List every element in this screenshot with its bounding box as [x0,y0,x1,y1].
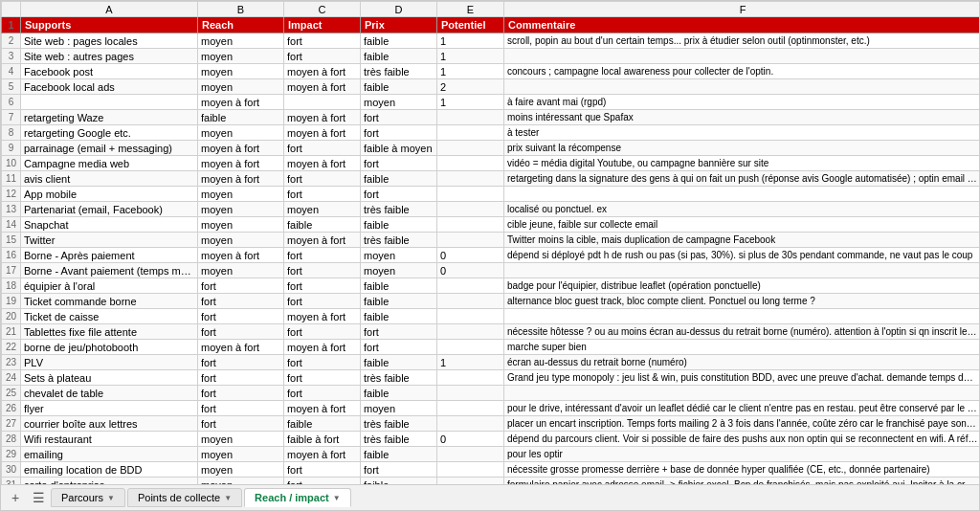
cell-27-c[interactable]: faible [284,416,361,432]
cell-22-c[interactable]: moyen à fort [284,340,361,355]
cell-14-b[interactable]: moyen [198,217,284,233]
cell-2-b[interactable]: moyen [198,33,284,49]
cell-24-e[interactable] [437,370,504,386]
cell-25-e[interactable] [437,386,504,401]
cell-13-a[interactable]: Partenariat (email, Facebook) [21,202,198,217]
cell-17-c[interactable]: fort [284,263,361,278]
cell-5-c[interactable]: moyen à fort [284,79,361,95]
cell-4-d[interactable]: très faible [361,64,437,79]
cell-11-f[interactable]: retargeting dans la signature des gens à… [504,171,980,187]
cell-4-c[interactable]: moyen à fort [284,64,361,79]
cell-27-b[interactable]: fort [198,416,284,432]
cell-13-d[interactable]: très faible [361,202,437,217]
cell-31-a[interactable]: carte d'entreprise [21,478,198,485]
cell-12-e[interactable] [437,187,504,202]
cell-4-e[interactable]: 1 [437,64,504,79]
cell-22-a[interactable]: borne de jeu/photobooth [21,340,198,355]
cell-24-f[interactable]: Grand jeu type monopoly : jeu list & win… [504,370,980,386]
cell-17-d[interactable]: moyen [361,263,437,278]
cell-12-b[interactable]: moyen [198,187,284,202]
cell-4-a[interactable]: Facebook post [21,64,198,79]
cell-31-c[interactable]: fort [284,478,361,485]
cell-16-b[interactable]: moyen à fort [198,248,284,263]
cell-14-d[interactable]: faible [361,217,437,233]
cell-19-f[interactable]: alternance bloc guest track, bloc compte… [504,294,980,309]
cell-17-a[interactable]: Borne - Avant paiement (temps mort) [21,263,198,278]
cell-22-b[interactable]: moyen à fort [198,340,284,355]
cell-22-d[interactable]: fort [361,340,437,355]
cell-21-e[interactable] [437,324,504,340]
cell-4-f[interactable]: concours ; campagne local awareness pour… [504,64,980,79]
cell-3-c[interactable]: fort [284,49,361,64]
cell-29-a[interactable]: emailing [21,447,198,462]
cell-6-d[interactable]: moyen [361,95,437,110]
cell-24-b[interactable]: fort [198,370,284,386]
cell-5-f[interactable] [504,79,980,95]
cell-27-d[interactable]: très faible [361,416,437,432]
cell-3-b[interactable]: moyen [198,49,284,64]
cell-16-f[interactable]: dépend si déployé pdt h de rush ou pas (… [504,248,980,263]
cell-8-e[interactable] [437,125,504,141]
cell-26-f[interactable]: pour le drive, intéressant d'avoir un le… [504,401,980,416]
cell-23-d[interactable]: faible [361,355,437,370]
cell-24-d[interactable]: très faible [361,370,437,386]
cell-12-a[interactable]: App mobile [21,187,198,202]
cell-24-c[interactable]: fort [284,370,361,386]
cell-10-c[interactable]: moyen à fort [284,156,361,171]
cell-2-c[interactable]: fort [284,33,361,49]
cell-19-c[interactable]: fort [284,294,361,309]
cell-23-f[interactable]: écran au-dessus du retrait borne (numéro… [504,355,980,370]
cell-21-b[interactable]: fort [198,324,284,340]
cell-9-a[interactable]: parrainage (email + messaging) [21,141,198,156]
cell-29-d[interactable]: faible [361,447,437,462]
cell-30-d[interactable]: fort [361,462,437,478]
cell-12-c[interactable]: fort [284,187,361,202]
cell-29-c[interactable]: moyen à fort [284,447,361,462]
cell-22-e[interactable] [437,340,504,355]
cell-23-c[interactable]: fort [284,355,361,370]
cell-10-e[interactable] [437,156,504,171]
cell-25-f[interactable] [504,386,980,401]
cell-14-c[interactable]: faible [284,217,361,233]
cell-28-c[interactable]: faible à fort [284,432,361,447]
cell-3-a[interactable]: Site web : autres pages [21,49,198,64]
cell-29-f[interactable]: pour les optir [504,447,980,462]
sheet-list-button[interactable]: ☰ [28,487,49,508]
cell-28-b[interactable]: moyen [198,432,284,447]
cell-20-d[interactable]: faible [361,309,437,324]
sheet-scroll-area[interactable]: A B C D E F 1 Supports Reach Impact Prix… [1,1,979,484]
cell-26-e[interactable] [437,401,504,416]
cell-6-c[interactable] [284,95,361,110]
cell-8-d[interactable]: fort [361,125,437,141]
cell-27-e[interactable] [437,416,504,432]
cell-8-b[interactable]: moyen [198,125,284,141]
cell-11-d[interactable]: faible [361,171,437,187]
cell-18-d[interactable]: faible [361,278,437,294]
cell-27-a[interactable]: courrier boîte aux lettres [21,416,198,432]
cell-4-b[interactable]: moyen [198,64,284,79]
cell-20-f[interactable] [504,309,980,324]
cell-17-e[interactable]: 0 [437,263,504,278]
cell-9-d[interactable]: faible à moyen [361,141,437,156]
cell-15-b[interactable]: moyen [198,233,284,248]
cell-7-b[interactable]: faible [198,110,284,125]
cell-21-c[interactable]: fort [284,324,361,340]
cell-6-f[interactable]: à faire avant mai (rgpd) [504,95,980,110]
cell-3-f[interactable] [504,49,980,64]
cell-30-a[interactable]: emailing location de BDD [21,462,198,478]
cell-31-e[interactable] [437,478,504,485]
cell-19-a[interactable]: Ticket commande borne [21,294,198,309]
cell-29-b[interactable]: moyen [198,447,284,462]
cell-13-f[interactable]: localisé ou ponctuel. ex [504,202,980,217]
cell-7-e[interactable] [437,110,504,125]
cell-28-f[interactable]: dépend du parcours client. Voir si possi… [504,432,980,447]
cell-10-a[interactable]: Campagne media web [21,156,198,171]
cell-3-d[interactable]: faible [361,49,437,64]
cell-7-d[interactable]: fort [361,110,437,125]
cell-16-d[interactable]: moyen [361,248,437,263]
cell-25-b[interactable]: fort [198,386,284,401]
cell-31-d[interactable]: faible [361,478,437,485]
cell-23-a[interactable]: PLV [21,355,198,370]
cell-26-c[interactable]: moyen à fort [284,401,361,416]
cell-15-f[interactable]: Twitter moins la cible, mais duplication… [504,233,980,248]
